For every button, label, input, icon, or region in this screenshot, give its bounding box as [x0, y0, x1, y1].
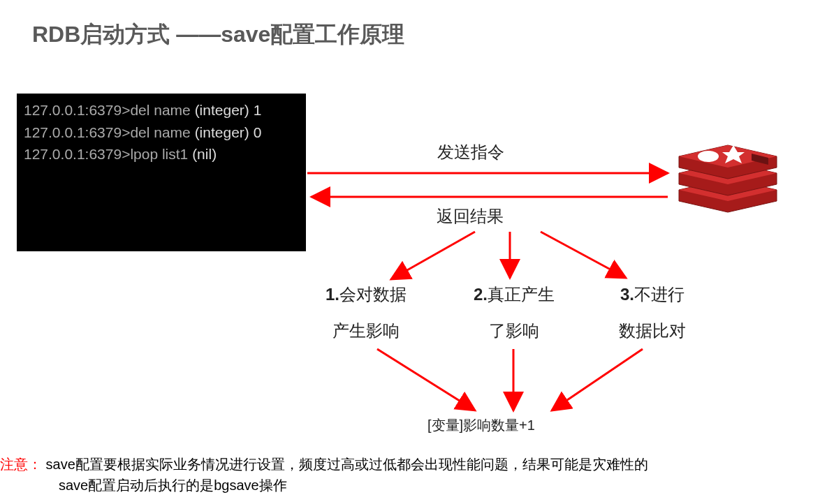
prompt-3: 127.0.0.1:6379>lpop list1: [24, 146, 192, 162]
flow-item-1: 1.会对数据 产生影响: [303, 283, 429, 342]
flow-3-line2: 数据比对: [590, 320, 715, 342]
flow-1-line1: 会对数据: [339, 285, 407, 304]
note-line-1: save配置要根据实际业务情况进行设置，频度过高或过低都会出现性能问题，结果可能…: [42, 457, 648, 472]
redis-icon: [672, 128, 784, 222]
prompt-1: 127.0.0.1:6379>del name: [24, 102, 195, 118]
page-title: RDB启动方式 ——save配置工作原理: [32, 20, 404, 50]
svg-point-6: [698, 151, 719, 162]
terminal-box: 127.0.0.1:6379>del name (integer) 1 127.…: [17, 94, 306, 251]
output-3: (nil): [192, 146, 217, 162]
flow-1-num: 1.: [325, 285, 339, 304]
flow-2-num: 2.: [474, 285, 488, 304]
flow-3-line1: 不进行: [634, 285, 685, 304]
flow-2-line2: 了影响: [451, 320, 577, 342]
svg-line-15: [377, 349, 475, 410]
output-1: (integer) 1: [195, 102, 262, 118]
svg-line-12: [391, 232, 475, 279]
label-send-command: 发送指令: [437, 141, 504, 163]
bottom-variable-text: [变量]影响数量+1: [427, 416, 535, 435]
note-line-2: save配置启动后执行的是bgsave操作: [59, 475, 648, 496]
label-return-result: 返回结果: [437, 205, 504, 228]
note-label: 注意：: [0, 457, 42, 472]
flow-2-line1: 真正产生: [488, 285, 555, 304]
flow-item-3: 3.不进行 数据比对: [590, 283, 715, 342]
prompt-2: 127.0.0.1:6379>del name: [24, 124, 195, 140]
diagram-arrows: [0, 0, 827, 504]
flow-3-num: 3.: [620, 285, 634, 304]
note-block: 注意： save配置要根据实际业务情况进行设置，频度过高或过低都会出现性能问题，…: [0, 454, 648, 496]
svg-line-17: [552, 349, 643, 410]
svg-line-14: [541, 232, 626, 278]
flow-item-2: 2.真正产生 了影响: [451, 283, 577, 342]
flow-1-line2: 产生影响: [303, 320, 429, 342]
output-2: (integer) 0: [195, 124, 262, 140]
